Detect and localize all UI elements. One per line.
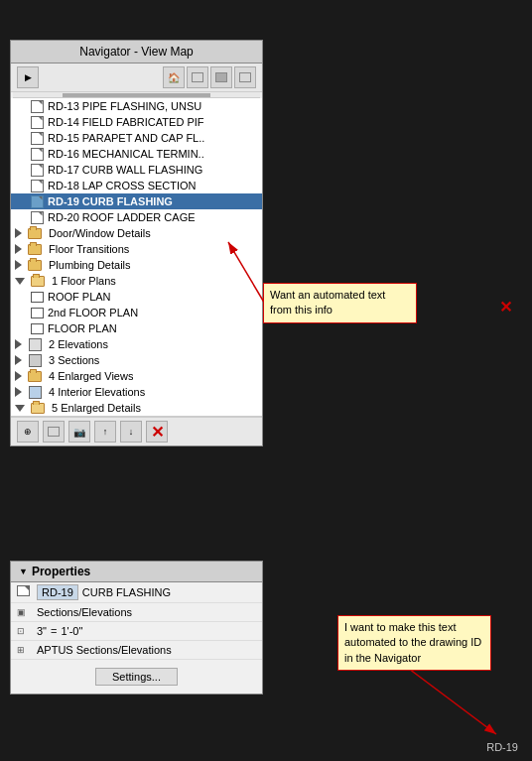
view-btn-3[interactable] xyxy=(234,66,256,88)
delete-btn[interactable]: ✕ xyxy=(146,421,168,443)
item-label: 4 Interior Elevations xyxy=(49,386,145,398)
bottom-annotation-box: I want to make this text automated to th… xyxy=(337,615,491,671)
list-item[interactable]: RD-16 MECHANICAL TERMIN.. xyxy=(11,146,262,162)
add-sheet-btn[interactable]: ⊕ xyxy=(17,421,39,443)
props-aptus-row: ⊞ APTUS Sections/Elevations xyxy=(11,641,262,660)
move-down-btn[interactable]: ↓ xyxy=(120,421,142,443)
list-item[interactable]: ROOF PLAN xyxy=(11,289,262,305)
props-collapse-icon[interactable]: ▼ xyxy=(19,567,28,576)
drawing-icon xyxy=(29,210,45,224)
item-label: 4 Enlarged Views xyxy=(49,370,133,382)
x-mark-indicator: ✕ xyxy=(499,298,512,317)
item-label: FLOOR PLAN xyxy=(48,322,117,334)
item-label: Floor Transitions xyxy=(49,243,129,255)
add-sheet-icon: ⊕ xyxy=(24,427,32,437)
move-up-icon: ↑ xyxy=(103,427,108,437)
list-item[interactable]: RD-15 PARAPET AND CAP FL.. xyxy=(11,130,262,146)
item-label: RD-15 PARAPET AND CAP FL.. xyxy=(48,132,204,144)
list-item-folder[interactable]: 4 Enlarged Views xyxy=(11,368,262,384)
list-item[interactable]: RD-14 FIELD FABRICATED PIF xyxy=(11,114,262,130)
expand-triangle-icon xyxy=(15,371,22,381)
list-item-folder[interactable]: Door/Window Details xyxy=(11,225,262,241)
list-item-folder-expanded[interactable]: 5 Enlarged Details xyxy=(11,400,262,416)
drawing-icon xyxy=(29,115,45,129)
scale-result: 1'-0" xyxy=(61,625,82,637)
expand-triangle-icon xyxy=(15,260,22,270)
expand-icon: ▶ xyxy=(25,72,32,82)
list-item-folder[interactable]: Plumbing Details xyxy=(11,257,262,273)
props-scale-row: ⊡ 3" = 1'-0" xyxy=(11,622,262,641)
nav-item-list: RD-13 PIPE FLASHING, UNSU RD-14 FIELD FA… xyxy=(11,98,262,417)
aptus-icon: ⊞ xyxy=(17,643,33,657)
interior-elev-icon xyxy=(27,385,43,399)
move-up-btn[interactable]: ↑ xyxy=(94,421,116,443)
plan-icon xyxy=(29,290,45,304)
expand-toggle-btn[interactable]: ▶ xyxy=(17,66,39,88)
item-label: 5 Enlarged Details xyxy=(52,402,141,414)
list-item-folder-expanded[interactable]: 1 Floor Plans xyxy=(11,273,262,289)
expand-triangle-icon xyxy=(15,244,22,254)
folder-icon xyxy=(27,258,43,272)
drawing-icon xyxy=(29,147,45,161)
view-icon-1 xyxy=(192,72,203,82)
drawing-icon xyxy=(29,131,45,145)
properties-panel: ▼ Properties RD-19 CURB FLASHING ▣ Secti… xyxy=(10,561,263,695)
item-label: RD-20 ROOF LADDER CAGE xyxy=(48,211,196,223)
item-label: RD-13 PIPE FLASHING, UNSU xyxy=(48,100,201,112)
view-icon-2 xyxy=(215,72,227,82)
move-down-icon: ↓ xyxy=(129,427,134,437)
list-item[interactable]: RD-18 LAP CROSS SECTION xyxy=(11,178,262,193)
section-icon xyxy=(27,353,43,367)
plan-icon xyxy=(29,321,45,335)
drawing-icon xyxy=(29,194,45,208)
nav-toolbar: ▶ 🏠 xyxy=(11,63,262,92)
list-item-folder[interactable]: Floor Transitions xyxy=(11,241,262,257)
item-label: ROOF PLAN xyxy=(48,291,111,303)
nav-bottom-toolbar: ⊕ 📷 ↑ ↓ ✕ xyxy=(11,417,262,445)
item-label: 2 Elevations xyxy=(49,338,108,350)
props-drawing-id-row: RD-19 CURB FLASHING xyxy=(11,582,262,603)
scale-value: 3" xyxy=(37,625,47,637)
item-label: Door/Window Details xyxy=(49,227,151,239)
settings-row: Settings... xyxy=(11,660,262,694)
list-item[interactable]: RD-13 PIPE FLASHING, UNSU xyxy=(11,98,262,114)
props-aptus-label: APTUS Sections/Elevations xyxy=(37,644,172,656)
item-label: RD-19 CURB FLASHING xyxy=(48,195,173,207)
home-view-btn[interactable]: 🏠 xyxy=(163,66,185,88)
props-drawing-id: RD-19 xyxy=(37,584,78,600)
list-item-selected[interactable]: RD-19 CURB FLASHING xyxy=(11,193,262,209)
view-btn-1[interactable] xyxy=(187,66,208,88)
top-annotation-box: Want an automated text from this info xyxy=(263,283,417,323)
list-item-folder[interactable]: 3 Sections xyxy=(11,352,262,368)
drawing-icon xyxy=(29,179,45,192)
expand-triangle-icon xyxy=(15,387,22,397)
item-label: Plumbing Details xyxy=(49,259,131,271)
view-btn-2[interactable] xyxy=(210,66,232,88)
list-item[interactable]: RD-20 ROOF LADDER CAGE xyxy=(11,209,262,225)
folder-open-icon xyxy=(30,274,46,288)
top-annotation-text: Want an automated text from this info xyxy=(270,289,385,316)
list-item[interactable]: FLOOR PLAN xyxy=(11,320,262,336)
camera-btn[interactable]: 📷 xyxy=(68,421,90,443)
item-label: 1 Floor Plans xyxy=(52,275,116,287)
scale-equals: = xyxy=(51,625,57,637)
plan-icon xyxy=(29,306,45,319)
list-item-folder[interactable]: 2 Elevations xyxy=(11,336,262,352)
navigator-title: Navigator - View Map xyxy=(11,41,262,63)
list-item[interactable]: 2nd FLOOR PLAN xyxy=(11,305,262,320)
camera-icon: 📷 xyxy=(73,427,85,438)
list-item[interactable]: RD-17 CURB WALL FLASHING xyxy=(11,162,262,178)
elevation-icon xyxy=(27,337,43,351)
view-icon-3 xyxy=(239,72,251,82)
props-section-row: ▣ Sections/Elevations xyxy=(11,603,262,622)
item-label: RD-17 CURB WALL FLASHING xyxy=(48,164,202,176)
navigator-panel: Navigator - View Map ▶ 🏠 xyxy=(10,40,263,446)
view-type-btn[interactable] xyxy=(43,421,65,443)
settings-button[interactable]: Settings... xyxy=(95,668,178,686)
item-label: 2nd FLOOR PLAN xyxy=(48,307,138,318)
rd19-bottom-label: RD-19 xyxy=(486,741,518,753)
delete-icon: ✕ xyxy=(151,423,164,442)
home-icon: 🏠 xyxy=(168,72,180,83)
properties-title: ▼ Properties xyxy=(11,562,262,582)
list-item-folder[interactable]: 4 Interior Elevations xyxy=(11,384,262,400)
